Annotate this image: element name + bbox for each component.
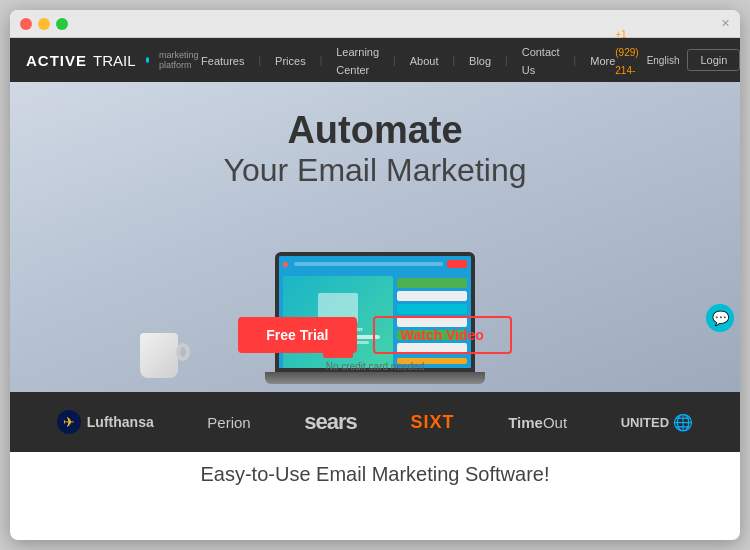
cup-handle <box>176 343 190 361</box>
nav-contact[interactable]: Contact Us <box>522 46 560 76</box>
free-trial-hero-button[interactable]: Free Trial <box>238 317 356 353</box>
laptop-base <box>265 372 485 384</box>
united-label: UNITED <box>621 415 669 430</box>
laptop-screen: Spring Collection <box>275 252 475 372</box>
logo: ACTIVE TRAIL marketing platform <box>26 50 201 70</box>
hero-section: Automate Your Email Marketing Spring Col… <box>10 82 740 392</box>
brand-lufthansa: ✈ Lufthansa <box>57 410 154 434</box>
nav-learning[interactable]: Learning Center <box>336 46 379 76</box>
maximize-btn[interactable] <box>56 18 68 30</box>
window-controls <box>20 18 68 30</box>
screen-header <box>279 256 471 272</box>
nav-prices[interactable]: Prices <box>275 55 306 67</box>
lang-selector[interactable]: English <box>647 55 680 66</box>
tagline-bar: Easy-to-Use Email Marketing Software! <box>10 452 740 496</box>
minimize-btn[interactable] <box>38 18 50 30</box>
tagline-text: Easy-to-Use Email Marketing Software! <box>200 463 549 486</box>
lufthansa-label: Lufthansa <box>87 414 154 430</box>
nav-blog[interactable]: Blog <box>469 55 491 67</box>
timeout-label: TimeOut <box>508 414 567 431</box>
watch-video-button[interactable]: Watch Video <box>373 316 512 354</box>
logo-subtitle: marketing platform <box>159 50 201 70</box>
no-credit-text: No credit card needed <box>326 361 424 372</box>
logo-dot <box>146 57 149 63</box>
cup-body <box>140 333 178 378</box>
logo-active-text: ACTIVE <box>26 52 87 69</box>
nav-links: Features | Prices | Learning Center | Ab… <box>201 42 615 78</box>
hero-title-line1: Automate <box>224 110 527 152</box>
brand-perion: Perion <box>207 414 250 431</box>
screen-row <box>397 291 467 301</box>
screen-row <box>397 304 467 314</box>
navbar: ACTIVE TRAIL marketing platform Features… <box>10 38 740 82</box>
hero-buttons: Free Trial Watch Video <box>238 316 512 354</box>
hero-title-line2: Your Email Marketing <box>224 152 527 189</box>
lufthansa-icon: ✈ <box>63 414 75 430</box>
brand-sears: sears <box>304 409 357 435</box>
brand-timeout: TimeOut <box>508 414 567 431</box>
brand-united: UNITED 🌐 <box>621 413 693 432</box>
app-window: ✕ ACTIVE TRAIL marketing platform Featur… <box>10 10 740 540</box>
login-button[interactable]: Login <box>687 49 740 71</box>
close-btn[interactable] <box>20 18 32 30</box>
sixt-label: SIXT <box>411 412 455 433</box>
logo-trail-text: TRAIL <box>93 52 136 69</box>
nav-more[interactable]: More <box>590 55 615 67</box>
brand-sixt: SIXT <box>411 412 455 433</box>
nav-features[interactable]: Features <box>201 55 244 67</box>
united-icon: 🌐 <box>673 413 693 432</box>
hero-title: Automate Your Email Marketing <box>224 110 527 189</box>
brands-bar: ✈ Lufthansa Perion sears SIXT TimeOut UN… <box>10 392 740 452</box>
sears-label: sears <box>304 409 357 435</box>
screen-row <box>397 278 467 288</box>
nav-about[interactable]: About <box>410 55 439 67</box>
chat-bubble[interactable]: 💬 <box>706 304 734 332</box>
screen-dot <box>283 262 288 267</box>
coffee-cup <box>140 333 178 378</box>
lufthansa-logo-circle: ✈ <box>57 410 81 434</box>
perion-label: Perion <box>207 414 250 431</box>
